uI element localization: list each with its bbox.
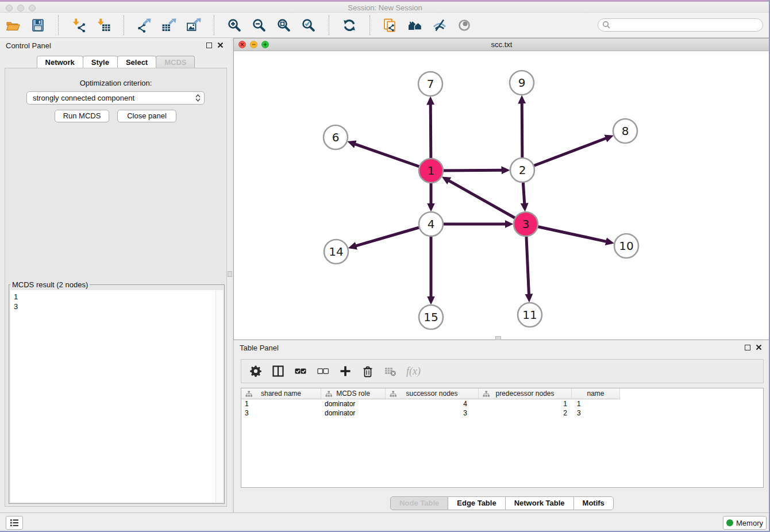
node-11[interactable]: 11	[518, 303, 542, 327]
close-panel-icon[interactable]	[217, 42, 224, 48]
node-8[interactable]: 8	[613, 119, 637, 143]
table-panel-tabs: Node TableEdge TableNetwork TableMotifs	[234, 496, 770, 510]
export-network-icon[interactable]	[136, 17, 153, 34]
table-cell[interactable]: 3	[241, 408, 321, 418]
zoom-in-icon[interactable]	[226, 17, 243, 34]
main-toolbar-groups	[5, 16, 473, 35]
tab-mcds[interactable]: MCDS	[156, 56, 195, 69]
tab-node-table[interactable]: Node Table	[390, 496, 448, 510]
tab-network[interactable]: Network	[37, 56, 83, 69]
search-icon	[602, 21, 611, 29]
search-input[interactable]	[611, 20, 763, 30]
clone-network-icon[interactable]	[382, 17, 399, 34]
node-10[interactable]: 10	[614, 234, 638, 258]
toolbar-separator	[369, 16, 370, 35]
tree-icon	[325, 391, 332, 397]
column-header-predecessor-nodes[interactable]: predecessor nodes	[479, 388, 572, 399]
table-cell[interactable]: 2	[479, 408, 572, 418]
result-item[interactable]: 1	[14, 292, 220, 302]
save-icon[interactable]	[29, 17, 47, 34]
node-2[interactable]: 2	[510, 158, 534, 182]
result-scrollbar[interactable]	[215, 290, 223, 502]
refresh-icon[interactable]	[341, 17, 358, 34]
node-3[interactable]: 3	[514, 212, 538, 236]
node-6[interactable]: 6	[324, 125, 348, 149]
hide-panel-icon[interactable]	[431, 17, 448, 34]
table-cell[interactable]: 1	[479, 399, 572, 408]
optimization-criterion-dropdown[interactable]: strongly connected component	[26, 91, 205, 105]
tree-icon	[483, 391, 490, 397]
add-icon[interactable]	[339, 365, 352, 377]
tab-edge-table[interactable]: Edge Table	[448, 496, 505, 510]
result-item[interactable]: 3	[14, 302, 220, 311]
float-panel-icon[interactable]	[206, 43, 212, 48]
mcds-result-group: MCDS result (2 nodes) 13	[9, 284, 225, 504]
edge-3-1[interactable]	[449, 181, 526, 224]
trash-icon[interactable]	[361, 365, 374, 377]
search-box[interactable]	[598, 18, 763, 32]
columns-icon[interactable]	[272, 365, 284, 377]
table-row[interactable]: 1dominator411	[241, 399, 763, 408]
select-all-icon[interactable]	[294, 365, 307, 377]
vertical-splitter-grip[interactable]	[228, 271, 232, 277]
import-network-icon[interactable]	[70, 17, 87, 34]
svg-text:8: 8	[622, 124, 629, 138]
tab-select[interactable]: Select	[117, 56, 156, 69]
column-header-MCDS-role[interactable]: MCDS role	[321, 388, 386, 399]
import-table-icon[interactable]	[95, 17, 112, 34]
tab-motifs[interactable]: Motifs	[573, 496, 614, 510]
memory-button[interactable]: Memory	[723, 516, 767, 530]
node-4[interactable]: 4	[419, 212, 443, 236]
table-row[interactable]: 3dominator323	[241, 408, 763, 418]
svg-text:3: 3	[522, 217, 530, 231]
app-title: Session: New Session	[0, 3, 770, 12]
app-title-bar: Session: New Session	[0, 0, 770, 13]
column-header-shared-name[interactable]: shared name	[241, 388, 321, 399]
gear-icon[interactable]	[249, 365, 262, 377]
zoom-selected-icon[interactable]	[300, 17, 317, 34]
export-table-icon[interactable]	[160, 17, 178, 34]
float-table-panel-icon[interactable]	[745, 345, 750, 350]
run-mcds-button[interactable]: Run MCDS	[55, 110, 109, 122]
table-cell[interactable]: 3	[572, 408, 620, 418]
table-cell[interactable]: 4	[386, 399, 479, 408]
table-cell[interactable]: 3	[386, 408, 479, 418]
log-console-button[interactable]	[6, 516, 23, 530]
node-15[interactable]: 15	[419, 305, 443, 329]
close-panel-button[interactable]: Close panel	[117, 110, 176, 122]
tab-network-table[interactable]: Network Table	[505, 496, 574, 510]
node-14[interactable]: 14	[324, 240, 348, 264]
svg-text:14: 14	[329, 245, 343, 259]
table-cell[interactable]: dominator	[321, 408, 386, 418]
node-table-body: 1dominator4113dominator323	[241, 399, 763, 418]
open-file-icon[interactable]	[5, 17, 22, 34]
edge-2-8[interactable]	[522, 138, 606, 170]
optimization-criterion-label: Optimization criterion:	[5, 79, 226, 87]
function-builder-icon: f(x)	[406, 365, 421, 377]
close-table-panel-icon[interactable]	[756, 344, 762, 350]
table-cell[interactable]: dominator	[321, 399, 386, 408]
export-image-icon[interactable]	[185, 17, 202, 34]
node-7[interactable]: 7	[418, 72, 442, 96]
toolbar-separator	[329, 16, 329, 35]
svg-text:9: 9	[518, 76, 526, 90]
tab-style[interactable]: Style	[83, 56, 118, 69]
toolbar-separator	[58, 16, 59, 35]
node-table[interactable]: shared nameMCDS rolesuccessor nodesprede…	[241, 388, 764, 488]
table-cell[interactable]: 1	[572, 399, 620, 408]
table-panel-title: Table Panel	[240, 344, 279, 352]
column-header-name[interactable]: name	[572, 388, 620, 399]
home-icon[interactable]	[406, 17, 424, 34]
network-canvas[interactable]: 7968124314101511	[234, 51, 769, 340]
zoom-out-icon[interactable]	[251, 17, 268, 34]
network-window-titlebar[interactable]: scc.txt	[234, 38, 769, 51]
node-9[interactable]: 9	[510, 71, 534, 95]
zoom-fit-icon[interactable]	[275, 17, 292, 34]
column-header-successor-nodes[interactable]: successor nodes	[386, 388, 479, 399]
mcds-result-list[interactable]: 13	[10, 290, 223, 502]
toolbar-separator	[124, 16, 124, 35]
node-1[interactable]: 1	[419, 159, 443, 183]
table-cell[interactable]: 1	[241, 399, 321, 408]
horizontal-splitter-grip[interactable]	[495, 336, 501, 340]
deselect-all-icon[interactable]	[317, 365, 329, 377]
